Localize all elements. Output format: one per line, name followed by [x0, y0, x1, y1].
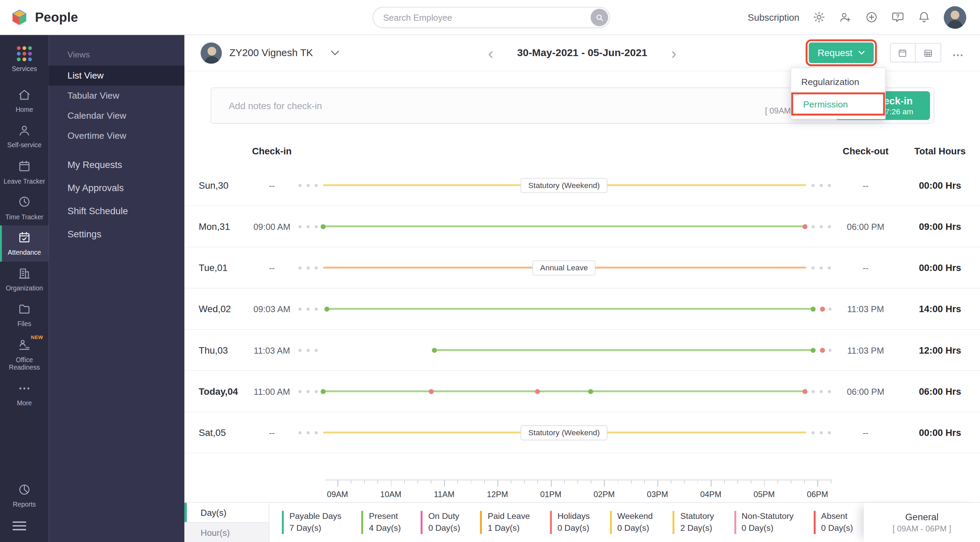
- timeline-event-dot: [820, 306, 825, 311]
- axis-hour-label: 06PM: [807, 490, 828, 499]
- menu-item-settings[interactable]: Settings: [49, 222, 185, 246]
- search-input[interactable]: [372, 7, 610, 28]
- row-checkout-time: --: [831, 180, 900, 190]
- menu-item-list-view[interactable]: List View: [49, 66, 185, 86]
- settings-gear-icon[interactable]: [813, 11, 826, 24]
- row-timeline[interactable]: [300, 371, 831, 411]
- date-navigation: ‹ 30-May-2021 - 05-Jun-2021 ›: [485, 44, 679, 61]
- prev-week-button[interactable]: ‹: [485, 44, 496, 61]
- row-checkin-time: 09:00 AM: [243, 221, 300, 231]
- timeline-label-chip: Statutory (Weekend): [520, 425, 607, 440]
- stat-label: Absent: [821, 511, 853, 522]
- stat-label: On Duty: [428, 511, 460, 522]
- list-calendar-view-button[interactable]: [890, 43, 915, 63]
- timeline-marker-dot: [820, 225, 823, 228]
- tab-hours[interactable]: Hour(s): [185, 522, 269, 542]
- attendance-row: Mon,31 09:00 AM 06:00 PM 09:00 Hrs: [185, 206, 980, 247]
- timeline-marker-dot: [306, 307, 309, 311]
- collapse-menu-icon[interactable]: [0, 513, 49, 542]
- sidebar-item-home[interactable]: Home: [0, 83, 49, 119]
- request-button-label: Request: [818, 48, 853, 58]
- sidebar-item-more[interactable]: More: [0, 376, 49, 412]
- summary-footer: Day(s) Hour(s) Payable Days 7 Day(s) Pre…: [185, 502, 980, 542]
- subscription-link[interactable]: Subscription: [748, 12, 800, 22]
- menu-item-overtime-view[interactable]: Overtime View: [49, 125, 185, 146]
- calendar-check-icon: [18, 231, 31, 246]
- stat-holidays: Holidays 0 Day(s): [550, 511, 590, 534]
- timeline-line: [323, 225, 804, 227]
- row-timeline[interactable]: [300, 330, 831, 370]
- help-icon[interactable]: ?: [891, 11, 904, 24]
- menu-item-tabular-view[interactable]: Tabular View: [49, 86, 185, 106]
- grid-calendar-view-button[interactable]: [916, 43, 941, 63]
- menu-item-my-approvals[interactable]: My Approvals: [49, 176, 185, 199]
- stat-payable-days: Payable Days 7 Day(s): [282, 511, 341, 534]
- sidebar-item-office-readiness[interactable]: NEW Office Readiness: [0, 333, 49, 376]
- zoho-logo-icon[interactable]: [10, 8, 29, 27]
- timeline-marker-dot: [827, 266, 830, 269]
- more-options-button[interactable]: ...: [953, 46, 964, 60]
- sidebar-item-organization[interactable]: Organization: [0, 261, 49, 297]
- sidebar-item-services[interactable]: Services: [0, 40, 49, 78]
- row-day-label: Tue,01: [185, 262, 243, 273]
- row-timeline[interactable]: Annual Leave: [300, 247, 831, 288]
- timeline-marker-dot: [829, 349, 832, 352]
- menu-item-calendar-view[interactable]: Calendar View: [49, 105, 185, 125]
- stat-label: Weekend: [617, 511, 653, 522]
- sidebar-item-files[interactable]: Files: [0, 297, 49, 333]
- row-timeline[interactable]: Statutory (Weekend): [300, 412, 831, 453]
- column-header-checkout: Check-out: [831, 145, 900, 156]
- user-avatar[interactable]: [943, 6, 966, 28]
- request-button[interactable]: Request: [809, 43, 874, 63]
- timeline-marker-dot: [315, 184, 318, 187]
- add-user-icon[interactable]: [839, 11, 852, 24]
- timeline-marker-dot: [827, 225, 830, 228]
- next-week-button[interactable]: ›: [669, 44, 679, 61]
- row-timeline[interactable]: [300, 289, 831, 329]
- menu-item-regularization[interactable]: Regularization: [791, 71, 885, 92]
- date-range-label: 30-May-2021 - 05-Jun-2021: [517, 47, 647, 59]
- axis-hour-label: 09AM: [327, 490, 348, 499]
- sidebar-item-label: Time Tracker: [5, 213, 43, 221]
- search-icon[interactable]: [591, 9, 608, 26]
- timeline-marker-dot: [298, 266, 301, 269]
- more-dots-icon: [18, 382, 31, 397]
- row-day-label: Sun,30: [185, 180, 243, 190]
- menu-item-permission[interactable]: Permission: [791, 92, 885, 116]
- calendar-icon: [18, 159, 31, 174]
- timeline-marker-dot: [298, 431, 301, 434]
- add-plus-icon[interactable]: [865, 11, 878, 24]
- timeline-line: [323, 390, 804, 392]
- checkin-notes-input[interactable]: [211, 88, 765, 123]
- sidebar-item-attendance[interactable]: Attendance: [0, 226, 49, 261]
- timeline-marker-dot: [298, 349, 301, 352]
- sidebar-item-label: Files: [18, 320, 31, 328]
- timeline-marker-dot: [306, 266, 309, 269]
- row-timeline[interactable]: [300, 206, 831, 247]
- stat-label: Statutory: [680, 511, 714, 522]
- stat-value: 4 Day(s): [369, 522, 401, 534]
- app-header: People Subscription: [0, 0, 980, 35]
- employee-search: [372, 7, 610, 28]
- menu-item-my-requests[interactable]: My Requests: [49, 153, 185, 176]
- row-checkout-time: 06:00 PM: [831, 386, 900, 396]
- toolbar-actions: Request ...: [809, 43, 964, 63]
- request-dropdown-menu: Regularization Permission: [791, 67, 885, 119]
- notifications-bell-icon[interactable]: [917, 11, 931, 24]
- sidebar-item-leave-tracker[interactable]: Leave Tracker: [0, 154, 49, 190]
- row-checkin-time: 11:00 AM: [243, 386, 300, 396]
- stat-value: 0 Day(s): [557, 522, 590, 534]
- timeline-marker-dot: [827, 390, 830, 393]
- tab-days[interactable]: Day(s): [185, 503, 269, 522]
- sidebar-item-self-service[interactable]: Self-service: [0, 119, 49, 154]
- chevron-down-icon: [331, 50, 339, 56]
- row-timeline[interactable]: Statutory (Weekend): [300, 165, 831, 205]
- sidebar-item-time-tracker[interactable]: Time Tracker: [0, 190, 49, 226]
- menu-item-shift-schedule[interactable]: Shift Schedule: [49, 199, 185, 222]
- sidebar-item-reports[interactable]: Reports: [0, 478, 49, 513]
- app-window: People Subscription: [0, 0, 980, 542]
- employee-selector[interactable]: ZY200 Vignesh TK: [201, 42, 339, 63]
- attendance-row: Tue,01 -- Annual Leave -- 00:00 Hrs: [185, 247, 980, 288]
- timeline-marker-dot: [315, 349, 318, 352]
- sidebar-item-label: Leave Tracker: [4, 177, 45, 185]
